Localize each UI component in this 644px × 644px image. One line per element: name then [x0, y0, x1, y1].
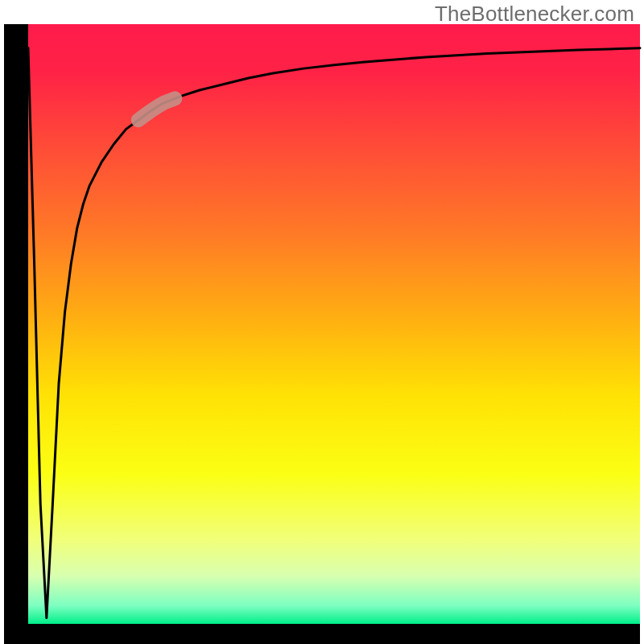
watermark-text: TheBottlenecker.com	[435, 2, 634, 27]
bottom-axis-bar	[4, 624, 640, 644]
bottleneck-chart	[0, 0, 644, 644]
left-axis-bar	[4, 24, 28, 644]
chart-frame: TheBottlenecker.com	[0, 0, 644, 644]
plot-gradient-area	[28, 24, 640, 624]
